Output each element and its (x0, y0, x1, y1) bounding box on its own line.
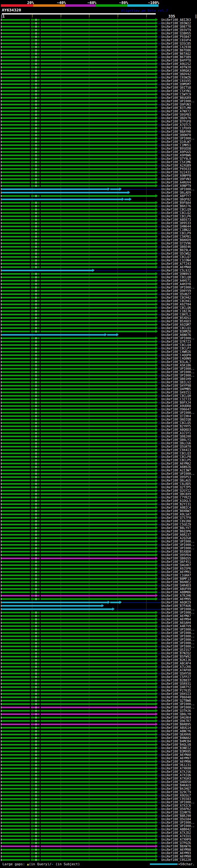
hit-row[interactable]: UniRef100_C6SVF4 (0, 38, 197, 42)
hit-row[interactable]: UniRef100_Q6LAD9 (0, 191, 197, 194)
hit-row[interactable]: UniRef100_Q7S7F0 (0, 516, 197, 520)
hit-label[interactable]: UniRef100_A9NPP8 (161, 174, 191, 177)
hit-label[interactable]: UniRef100_C8CLQ7 (161, 255, 191, 259)
hit-label[interactable]: UniRef100_UPI000.. (161, 188, 195, 191)
hit-label[interactable]: UniRef100_Q6DV42 (161, 72, 191, 76)
hit-label[interactable]: UniRef100_C8CLQ8 (161, 276, 191, 279)
hit-label[interactable]: UniRef100_UPI000.. (161, 286, 195, 289)
hit-label[interactable]: UniRef100_A7XIU1 (161, 834, 191, 838)
hit-label[interactable]: UniRef100_A6N076 (161, 333, 191, 337)
hit-row[interactable]: UniRef100_C1BZJ6 (0, 309, 197, 313)
hit-row[interactable]: UniRef100_C8CLP6 (0, 215, 197, 218)
hit-row[interactable]: UniRef100_A8B042 (0, 828, 197, 831)
hit-label[interactable]: UniRef100_B8RJ90 (161, 814, 191, 817)
hit-label[interactable]: UniRef100_UPI000.. (161, 641, 195, 645)
hit-row[interactable]: UniRef100_A9LSA7 (0, 513, 197, 516)
hit-label[interactable]: UniRef100_C8V2R8 (161, 520, 191, 523)
hit-row[interactable]: UniRef100_C8CLP8 (0, 455, 197, 459)
hit-label[interactable]: UniRef100_Q4N644 (161, 225, 191, 228)
hit-row[interactable]: UniRef100_C0H7L1 (0, 313, 197, 316)
hit-label[interactable]: UniRef100_C1BZJ6 (161, 309, 191, 313)
hit-label[interactable]: UniRef100_A9J5P6 (161, 567, 191, 570)
hit-row[interactable]: UniRef100_A9UDR8 (0, 404, 197, 408)
hit-row[interactable]: UniRef100_A7QTC5 (0, 123, 197, 127)
hit-label[interactable]: UniRef100_Q967R7 (161, 719, 191, 723)
hit-row[interactable]: UniRef100_B6HJ76 (0, 205, 197, 208)
hit-row[interactable]: UniRef100_A6N9Z6 (0, 465, 197, 469)
hit-row[interactable]: UniRef100_A9NPT9 (0, 184, 197, 188)
hit-label[interactable]: UniRef100_B6Q3P6 (161, 530, 191, 533)
hit-label[interactable]: UniRef100_P86048 (161, 695, 191, 699)
hit-row[interactable]: UniRef100_Q7ZV96 (0, 242, 197, 245)
hit-label[interactable]: UniRef100_Q95PD4 (161, 553, 191, 557)
hit-label[interactable]: UniRef100_A2QZG8 (161, 536, 191, 540)
hit-row[interactable]: UniRef100_UPI000.. (0, 645, 197, 648)
hit-row[interactable]: UniRef100_Q86QS5 (0, 557, 197, 560)
hit-label[interactable]: UniRef100_Q9XSI3 (161, 692, 191, 695)
hit-row[interactable]: UniRef100_B0FXJ4 (0, 401, 197, 404)
hit-label[interactable]: UniRef100_Q5G584 (161, 817, 191, 821)
hit-label[interactable]: UniRef100_A8CAF4 (161, 662, 191, 665)
hit-row[interactable]: UniRef100_A1DGL5 (0, 499, 197, 502)
hit-row[interactable]: UniRef100_Q90YV9 (0, 289, 197, 292)
hit-label[interactable]: UniRef100_B3RMZ0 (161, 330, 191, 333)
hit-label[interactable]: UniRef100_B0FXJ4 (161, 401, 191, 404)
hit-label[interactable]: UniRef100_Q8ILV2 (161, 380, 191, 384)
hit-label[interactable]: UniRef100_B5XDS1 (161, 316, 191, 320)
hit-label[interactable]: UniRef100_Q10LW7 (161, 140, 191, 144)
hit-row[interactable]: UniRef100_Q7ZXK4 (0, 414, 197, 418)
hit-label[interactable]: UniRef100_A9U2S2 (161, 62, 191, 66)
hit-label[interactable]: UniRef100_A6YM90 (161, 855, 191, 858)
hit-row[interactable]: UniRef100_B4KAU3 (0, 784, 197, 787)
hit-label[interactable]: UniRef100_Q9SPB3 (161, 113, 191, 116)
hit-row[interactable]: UniRef100_Q6F451 (0, 560, 197, 563)
hit-label[interactable]: UniRef100_Q7ZV96 (161, 242, 191, 245)
hit-row[interactable]: UniRef100_UPI000.. (0, 540, 197, 543)
hit-row[interactable]: UniRef100_A6N076 (0, 333, 197, 337)
hit-row[interactable]: UniRef100_Q4GXK7 (0, 563, 197, 567)
hit-row[interactable]: UniRef100_A7TZ43 (0, 262, 197, 266)
hit-row[interactable]: UniRef100_Q86E46 (0, 245, 197, 248)
hit-row[interactable]: UniRef100_A6YM95 (0, 597, 197, 601)
hit-row[interactable]: UniRef100_C8CLP7 (0, 347, 197, 350)
hit-row[interactable]: UniRef100_A8CAF4 (0, 662, 197, 665)
hit-label[interactable]: UniRef100_B7FGF8 (161, 120, 191, 123)
hit-label[interactable]: UniRef100_C8CH42 (161, 296, 191, 299)
hit-row[interactable]: UniRef100_C1BN22 (0, 228, 197, 231)
hit-label[interactable]: UniRef100_B2B837 (161, 679, 191, 682)
hit-label[interactable]: UniRef100_A9TWJ0 (161, 66, 191, 69)
hit-row[interactable]: UniRef100_Q3THJ6 (0, 709, 197, 713)
hit-label[interactable]: UniRef100_Q9M5M7 (161, 83, 191, 86)
hit-label[interactable]: UniRef100_Q29CT9 (161, 790, 191, 794)
hit-label[interactable]: UniRef100_A4H3Y8 (161, 282, 191, 286)
hit-row[interactable]: UniRef100_UPI000.. (0, 824, 197, 828)
hit-row[interactable]: UniRef100_B6TAQ2 (0, 52, 197, 55)
hit-label[interactable]: UniRef100_B4QLV8 (161, 743, 191, 746)
hit-label[interactable]: UniRef100_A8UG14 (161, 726, 191, 730)
hit-row[interactable]: UniRef100_Q4PMB5 (0, 388, 197, 391)
hit-row[interactable]: UniRef100_C5X1M6 (0, 160, 197, 164)
hit-row[interactable]: UniRef100_A7XJD2 (0, 831, 197, 834)
hit-row[interactable]: UniRef100_Q86LY0 (0, 713, 197, 716)
hit-label[interactable]: UniRef100_C0H7L1 (161, 313, 191, 316)
hit-row[interactable]: UniRef100_UPI000.. (0, 543, 197, 547)
hit-row[interactable]: UniRef100_UPI000.. (0, 634, 197, 638)
hit-row[interactable]: UniRef100_B6H8E2 (0, 581, 197, 584)
hit-row[interactable]: UniRef100_A8IZK3 (0, 18, 197, 22)
hit-label[interactable]: UniRef100_C9S583 (161, 797, 191, 801)
hit-label[interactable]: UniRef100_Q4YP98 (161, 384, 191, 388)
hit-row[interactable]: UniRef100_A4HS71 (0, 279, 197, 282)
hit-label[interactable]: UniRef100_B2YHY5 (161, 425, 191, 428)
hit-label[interactable]: UniRef100_A2XGB9 (161, 164, 191, 167)
hit-label[interactable]: UniRef100_UPI000.. (161, 367, 195, 370)
hit-label[interactable]: UniRef100_A7LCK6 (161, 665, 191, 669)
hit-label[interactable]: UniRef100_C5X1M6 (161, 160, 191, 164)
hit-row[interactable]: UniRef100_A8PTY7 (0, 194, 197, 198)
hit-row[interactable]: UniRef100_C7YRZ3 (0, 496, 197, 499)
hit-label[interactable]: UniRef100_UPI000.. (161, 634, 195, 638)
hit-label[interactable]: UniRef100_C6LRD5 (161, 482, 191, 486)
hit-row[interactable]: UniRef100_A7XIQ6 (0, 773, 197, 777)
hit-label[interactable]: UniRef100_A9LSA7 (161, 513, 191, 516)
hit-label[interactable]: UniRef100_Q7ZXK4 (161, 414, 191, 418)
hit-row[interactable]: UniRef100_Q95P53 (0, 475, 197, 479)
